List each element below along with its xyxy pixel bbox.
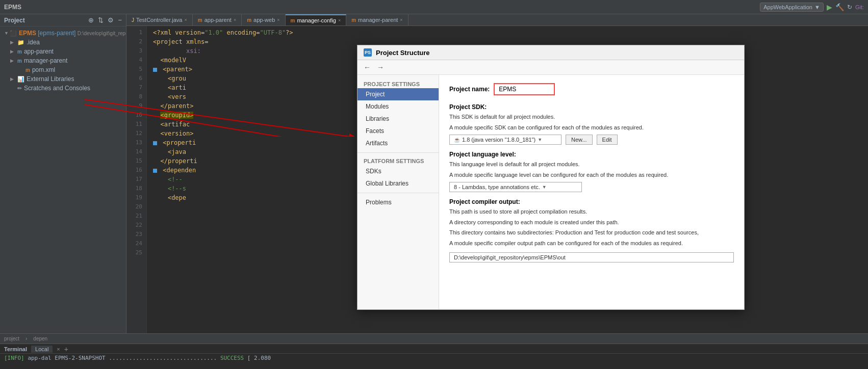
dialog-nav-item-modules[interactable]: Modules — [358, 100, 439, 113]
dialog-nav-item-project[interactable]: Project — [358, 88, 439, 100]
project-lang-heading: Project language level: — [449, 151, 734, 158]
sidebar-item-epms-root[interactable]: ▼ ⬛ EPMS [epms-parent] D:\develop\git\gi… — [0, 29, 126, 38]
sidebar-item-idea[interactable]: ▶ 📁 .idea — [0, 38, 126, 47]
close-tab-app-parent[interactable]: × — [234, 17, 236, 22]
highlight-groupid: <groupId> — [160, 112, 193, 119]
sdk-value: 1.8 (java version "1.8.0_181") — [462, 137, 535, 143]
sdk-dropdown[interactable]: ☕ 1.8 (java version "1.8.0_181") ▼ — [449, 135, 561, 145]
terminal-tabs: Terminal Local × + — [0, 345, 868, 354]
settings-icon[interactable]: ⚙ — [108, 16, 114, 24]
app-title: EPMS — [4, 4, 21, 11]
tab-label-app-parent: app-parent — [205, 17, 232, 23]
sidebar-label-pom: pom.xml — [32, 66, 55, 73]
terminal-text-1: app-dal EPMS-2-SNAPSHOT ................… — [28, 355, 220, 361]
sidebar-item-pom[interactable]: ▶ m pom.xml — [0, 65, 126, 74]
project-name-input[interactable] — [494, 83, 555, 95]
tree-arrow-manager-parent: ▶ — [10, 58, 16, 63]
sidebar-toolbar: ⊕ ⇅ ⚙ − — [88, 16, 122, 24]
tab-label-app-web: app-web — [253, 17, 275, 23]
module-icon-tab-manager-parent: m — [351, 17, 356, 23]
module-icon-app-parent: m — [17, 49, 22, 55]
dialog-body: Project Settings Project Modules Librari… — [358, 75, 744, 309]
info-prefix: [INFO] — [4, 355, 24, 361]
sdk-edit-button[interactable]: Edit — [597, 135, 618, 145]
back-button[interactable]: ← — [362, 62, 373, 72]
tab-app-web[interactable]: m app-web × — [242, 14, 285, 25]
project-lang-desc1: This language level is default for all p… — [449, 160, 734, 169]
status-bar: project › depen — [0, 333, 868, 344]
bookmark-6 — [153, 68, 157, 72]
lang-arrow-icon: ▼ — [542, 184, 547, 190]
epms-path: D:\develop\git\git_repository\epms\EPMS — [78, 31, 126, 36]
forward-button[interactable]: → — [375, 62, 386, 72]
dialog-nav-section-project: Project Settings — [358, 79, 439, 88]
dialog-icon: PS — [364, 48, 372, 57]
dialog-nav-item-global-libraries[interactable]: Global Libraries — [358, 177, 439, 190]
java-icon-testcontroller: J — [132, 17, 134, 23]
tab-app-parent[interactable]: m app-parent × — [193, 14, 242, 25]
project-sdk-desc1: This SDK is default for all project modu… — [449, 113, 734, 121]
title-bar: EPMS AppWebApplication ▼ ▶ 🔨 ↻ Git: — [0, 0, 868, 14]
project-compiler-desc1: This path is used to store all project c… — [449, 207, 734, 216]
dialog-nav-section-platform: Platform Settings — [358, 156, 439, 165]
dialog-nav-item-artifacts[interactable]: Artifacts — [358, 137, 439, 149]
terminal-local-tab[interactable]: Local — [31, 346, 53, 353]
compiler-output-input[interactable] — [449, 252, 734, 262]
run-button[interactable]: ▶ — [827, 3, 832, 11]
dialog-nav-item-problems[interactable]: Problems — [358, 196, 439, 208]
tab-manager-config[interactable]: m manager-config × — [286, 14, 347, 25]
app-selector[interactable]: AppWebApplication ▼ — [760, 3, 824, 12]
lib-icon: 📊 — [17, 76, 24, 83]
project-sdk-desc2: A module specific SDK can be configured … — [449, 123, 734, 132]
tree-arrow: ▼ — [4, 31, 9, 36]
tab-manager-parent[interactable]: m manager-parent × — [346, 14, 408, 25]
folder-icon-idea: 📁 — [17, 39, 24, 46]
project-lang-desc2: A module specific language level can be … — [449, 171, 734, 179]
sidebar-header: Project ⊕ ⇅ ⚙ − — [0, 14, 126, 27]
breadcrumb-depen: depen — [33, 336, 47, 341]
update-icon[interactable]: ↻ — [847, 4, 852, 11]
minimize-icon[interactable]: − — [118, 16, 122, 24]
chevron-down-icon: ▼ — [814, 4, 820, 10]
sidebar: Project ⊕ ⇅ ⚙ − ▼ ⬛ EPMS [epms-parent] D… — [0, 14, 126, 333]
dialog-nav-divider — [358, 152, 439, 153]
close-tab-testcontroller[interactable]: × — [185, 17, 187, 22]
terminal-content: [INFO] app-dal EPMS-2-SNAPSHOT .........… — [0, 354, 868, 362]
sdk-new-button[interactable]: New... — [566, 135, 593, 145]
close-tab-app-web[interactable]: × — [277, 17, 279, 22]
module-icon-tab-manager-config: m — [291, 18, 295, 23]
project-structure-dialog[interactable]: PS Project Structure ← → Project Setting… — [357, 45, 745, 310]
project-name-label: Project name: — [449, 86, 490, 93]
close-tab-manager-config[interactable]: × — [338, 18, 341, 23]
sidebar-item-external-libs[interactable]: ▶ 📊 External Libraries — [0, 74, 126, 84]
epms-parent-label: [epms-parent] — [38, 30, 75, 37]
terminal-tab-label[interactable]: Terminal — [4, 346, 27, 352]
sidebar-item-app-parent[interactable]: ▶ m app-parent — [0, 47, 126, 56]
dialog-nav-item-libraries[interactable]: Libraries — [358, 113, 439, 125]
dialog-nav-item-facets[interactable]: Facets — [358, 125, 439, 137]
tab-testcontroller[interactable]: J TestController.java × — [126, 14, 193, 25]
tab-bar: J TestController.java × m app-parent × m… — [126, 14, 868, 26]
sidebar-label-scratches: Scratches and Consoles — [24, 85, 90, 92]
sidebar-label-manager-parent: manager-parent — [24, 57, 67, 64]
close-terminal-btn[interactable]: × — [57, 346, 60, 352]
app-selector-label: AppWebApplication — [763, 4, 812, 10]
add-icon[interactable]: ⊕ — [88, 16, 94, 24]
lang-row: 8 - Lambdas, type annotations etc. ▼ — [449, 182, 734, 192]
build-button[interactable]: 🔨 — [835, 3, 844, 11]
lang-dropdown[interactable]: 8 - Lambdas, type annotations etc. ▼ — [449, 182, 582, 192]
dialog-nav-divider-2 — [358, 193, 439, 193]
sdk-row: ☕ 1.8 (java version "1.8.0_181") ▼ New..… — [449, 135, 734, 145]
sidebar-item-manager-parent[interactable]: ▶ m manager-parent — [0, 56, 126, 65]
sidebar-item-scratches[interactable]: ▶ ✏ Scratches and Consoles — [0, 84, 126, 93]
sync-icon[interactable]: ⇅ — [98, 16, 104, 24]
close-tab-manager-parent[interactable]: × — [400, 17, 402, 22]
project-sdk-heading: Project SDK: — [449, 103, 734, 111]
terminal-time-1: [ 2.080 — [247, 355, 271, 361]
add-terminal-btn[interactable]: + — [64, 345, 68, 353]
dialog-nav-item-sdks[interactable]: SDKs — [358, 165, 439, 177]
dialog-nav-back-fwd: ← → — [358, 60, 744, 75]
dialog-title-bar: PS Project Structure — [358, 45, 744, 60]
tab-label-manager-config: manager-config — [297, 17, 336, 23]
tree-arrow-idea: ▶ — [10, 40, 16, 45]
